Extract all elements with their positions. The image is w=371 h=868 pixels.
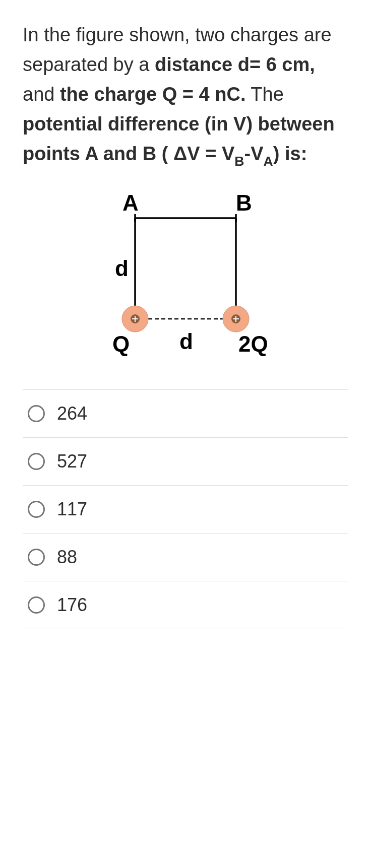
- figure-container: A B d d Q 2Q: [23, 188, 348, 364]
- option-row[interactable]: 88: [23, 533, 348, 581]
- option-label: 88: [57, 547, 77, 568]
- question-text: In the figure shown, two charges are sep…: [23, 20, 348, 170]
- radio-icon[interactable]: [28, 596, 45, 614]
- figure-label-Q: Q: [112, 331, 130, 356]
- question-bold5: ) is:: [273, 143, 307, 164]
- radio-icon[interactable]: [28, 405, 45, 422]
- question-bold1: distance d= 6 cm,: [155, 54, 315, 75]
- option-label: 117: [57, 499, 87, 520]
- figure-label-A: A: [122, 190, 139, 215]
- question-bold2: the charge Q = 4 nC.: [60, 84, 246, 105]
- question-part2: and: [23, 84, 60, 105]
- question-part3: The: [245, 84, 283, 105]
- radio-icon[interactable]: [28, 501, 45, 518]
- option-row[interactable]: 527: [23, 438, 348, 486]
- figure-label-d-left: d: [115, 256, 129, 281]
- radio-icon[interactable]: [28, 549, 45, 566]
- option-row[interactable]: 176: [23, 581, 348, 629]
- option-row[interactable]: 117: [23, 486, 348, 533]
- radio-icon[interactable]: [28, 453, 45, 470]
- option-label: 527: [57, 451, 87, 472]
- option-label: 264: [57, 403, 87, 424]
- question-subB: B: [234, 154, 244, 169]
- figure-label-B: B: [236, 190, 252, 215]
- figure-label-d-bottom: d: [179, 329, 193, 354]
- figure-label-2Q: 2Q: [238, 331, 268, 356]
- question-bold4: -V: [244, 143, 264, 164]
- question-subA: A: [264, 154, 273, 169]
- options-container: 264 527 117 88 176: [23, 389, 348, 629]
- option-label: 176: [57, 594, 87, 616]
- physics-figure: A B d d Q 2Q: [85, 188, 286, 364]
- option-row[interactable]: 264: [23, 390, 348, 438]
